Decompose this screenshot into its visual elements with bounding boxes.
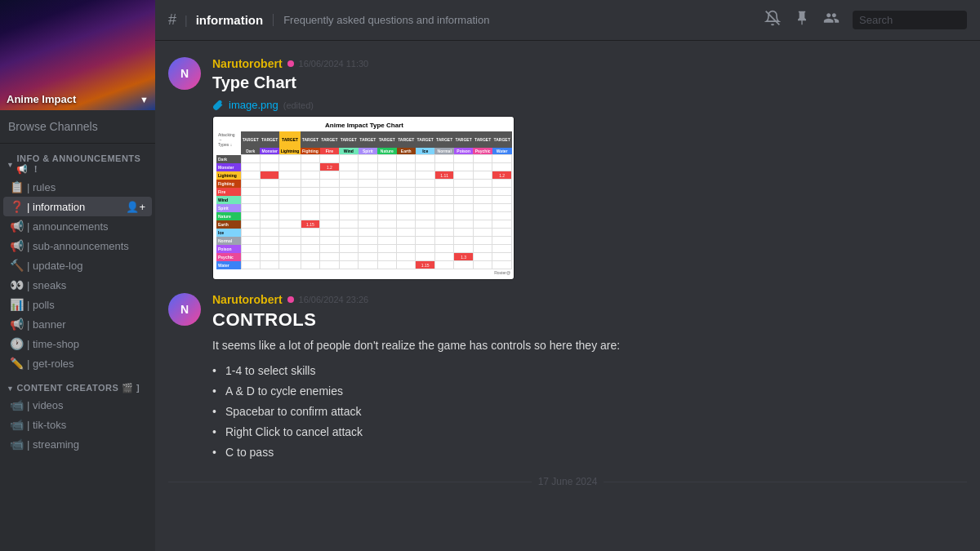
notification-bell-icon[interactable]: [764, 10, 781, 30]
type-chart-image: Anime Impact Type Chart Attacking →Types…: [212, 116, 514, 280]
cell-psychic-ice: [416, 253, 434, 261]
cell-lightning-ice: [416, 171, 434, 180]
cell-normal-fire: [320, 237, 339, 245]
cell-earth-fire: [320, 220, 339, 229]
cell-wind-wind: [339, 196, 358, 204]
cell-ice-lightning: [279, 229, 301, 237]
cell-wind-spirit: [359, 196, 377, 204]
channel-item-get-roles[interactable]: ✏️ | get-roles: [3, 353, 152, 373]
message-2-content: Narutorobert 16/06/2024 23:26 CONTROLS I…: [212, 293, 967, 463]
channel-item-announcements[interactable]: 📢 | announcements: [3, 216, 152, 236]
cell-monster-ice: [416, 163, 434, 171]
channel-item-tik-toks[interactable]: 📹 | tik-toks: [3, 415, 152, 434]
cell-nature-normal: [434, 212, 453, 220]
videos-icon: 📹: [10, 398, 23, 411]
channel-item-information[interactable]: ❓ | information 👤+: [3, 197, 152, 216]
cell-normal-fighting: [301, 237, 319, 245]
cell-fire-poison: [454, 188, 473, 196]
cell-monster-dark: [241, 163, 260, 171]
chart-title: Anime Impact Type Chart: [216, 120, 512, 131]
channel-section-content: ▼ CONTENT CREATORS 🎬 ] 📹 | videos 📹 | ti…: [0, 380, 155, 454]
cell-psychic-nature: [377, 253, 396, 261]
sidebar: Anime Impact ▼ Browse Channels ▼ INFO & …: [0, 0, 155, 551]
cell-nature-earth: [397, 212, 416, 220]
sneaks-icon: 👀: [10, 278, 23, 291]
cell-monster-earth: [397, 163, 416, 171]
server-banner: Anime Impact ▼: [0, 0, 155, 110]
browse-channels-button[interactable]: Browse Channels: [0, 110, 155, 144]
section-collapse-icon2: ▼: [7, 384, 14, 393]
attachment-filename: image.png: [229, 99, 278, 111]
cell-poison-normal: [434, 245, 453, 253]
cell-ice-psychic: [473, 229, 492, 237]
add-member-icon[interactable]: 👤+: [126, 201, 145, 213]
cell-psychic-normal: [434, 253, 453, 261]
row-type-lightning: Lightning: [216, 171, 241, 180]
row-type-normal: Normal: [216, 237, 241, 245]
row-type-monster: Monster: [216, 163, 241, 171]
cell-spirit-ice: [416, 204, 434, 212]
channel-item-polls[interactable]: 📊 | polls: [3, 295, 152, 314]
pin-icon[interactable]: [794, 10, 810, 30]
channel-item-time-shop[interactable]: 🕐 | time-shop: [3, 334, 152, 353]
cell-lightning-dark: [241, 171, 260, 180]
message-2-role-dot: [287, 296, 294, 303]
channel-item-sub-announcements[interactable]: 📢 | sub-announcements: [3, 236, 152, 256]
cell-nature-fighting: [301, 212, 319, 220]
control-item-1: 1-4 to select skills: [212, 361, 967, 381]
cell-ice-monster: [260, 229, 278, 237]
cell-earth-poison: [454, 220, 473, 229]
cell-fire-psychic: [473, 188, 492, 196]
cell-ice-normal: [434, 229, 453, 237]
cell-dark-fire: [320, 155, 339, 163]
cell-normal-wind: [339, 237, 358, 245]
update-log-icon: 🔨: [10, 259, 23, 272]
channel-item-videos[interactable]: 📹 | videos: [3, 395, 152, 415]
streaming-icon: 📹: [10, 438, 23, 451]
channel-item-update-log[interactable]: 🔨 | update-log: [3, 256, 152, 275]
channel-item-banner[interactable]: 📢 | banner: [3, 314, 152, 334]
row-type-nature: Nature: [216, 212, 241, 220]
channel-item-streaming[interactable]: 📹 | streaming: [3, 434, 152, 454]
attachment-link[interactable]: image.png (edited): [212, 99, 967, 111]
cell-water-dark: [241, 261, 260, 269]
cell-normal-monster: [260, 237, 278, 245]
cell-lightning-psychic: [473, 171, 492, 180]
cell-ice-dark: [241, 229, 260, 237]
message-1-author: Narutorobert: [212, 57, 283, 70]
cell-poison-fighting: [301, 245, 319, 253]
row-type-spirit: Spirit: [216, 204, 241, 212]
cell-fighting-wind: [339, 180, 358, 188]
announcements-icon: 📢: [10, 220, 23, 233]
cell-lightning-water: 1.2: [492, 171, 512, 180]
server-header[interactable]: Anime Impact ▼: [0, 0, 155, 110]
members-icon[interactable]: [823, 10, 840, 30]
cell-dark-normal: [434, 155, 453, 163]
cell-ice-water: [492, 229, 512, 237]
cell-earth-lightning: [279, 220, 301, 229]
cell-ice-wind: [339, 229, 358, 237]
cell-lightning-normal: 1.11: [434, 171, 453, 180]
cell-water-fire: [320, 261, 339, 269]
channel-item-sneaks[interactable]: 👀 | sneaks: [3, 275, 152, 295]
cell-spirit-nature: [377, 204, 396, 212]
cell-spirit-spirit: [359, 204, 377, 212]
cell-earth-monster: [260, 220, 278, 229]
cell-psychic-psychic: [473, 253, 492, 261]
cell-water-monster: [260, 261, 278, 269]
cell-lightning-earth: [397, 171, 416, 180]
cell-dark-lightning: [279, 155, 301, 163]
cell-poison-wind: [339, 245, 358, 253]
cell-psychic-poison: 1.3: [454, 253, 473, 261]
cell-poison-nature: [377, 245, 396, 253]
cell-ice-ice: [416, 229, 434, 237]
cell-psychic-wind: [339, 253, 358, 261]
cell-fire-earth: [397, 188, 416, 196]
cell-poison-poison: [454, 245, 473, 253]
channel-item-rules[interactable]: 📋 | rules: [3, 177, 152, 197]
cell-lightning-wind: [339, 171, 358, 180]
cell-nature-monster: [260, 212, 278, 220]
search-input[interactable]: [853, 11, 967, 29]
cell-fighting-dark: [241, 180, 260, 188]
server-chevron: ▼: [140, 95, 149, 104]
